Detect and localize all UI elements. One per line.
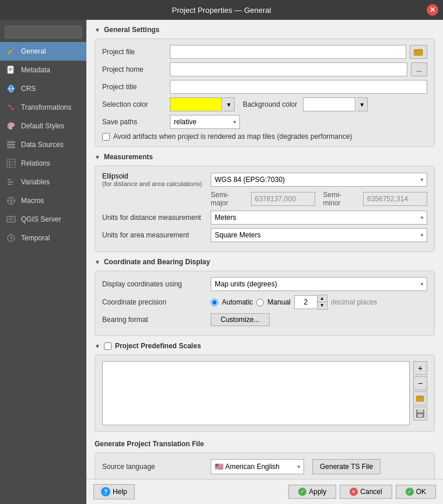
background-color-swatch[interactable] xyxy=(303,97,355,111)
semi-major-input xyxy=(251,192,315,206)
scales-add-button[interactable]: + xyxy=(413,361,427,375)
scales-save-button[interactable] xyxy=(413,407,427,421)
browse-file-button[interactable] xyxy=(410,45,427,59)
selection-color-group: ▼ xyxy=(170,97,235,111)
sidebar-item-data-sources-label: Data Sources xyxy=(21,141,64,149)
colors-row: Selection color ▼ Background color ▼ xyxy=(102,97,427,111)
temporal-icon xyxy=(6,233,16,243)
area-dropdown-wrap: Square Meters xyxy=(211,228,427,242)
cancel-button[interactable]: ✕ Cancel xyxy=(340,485,392,499)
sidebar-item-general[interactable]: General xyxy=(0,42,86,61)
decimal-places-label: decimal places xyxy=(331,298,377,306)
save-paths-select[interactable]: relative absolute xyxy=(170,115,240,129)
coord-bearing-group: Display coordinates using Map units (deg… xyxy=(95,271,435,336)
main-scroll: ▼ General Settings Project file xyxy=(86,20,443,479)
area-row: Units for area measurement Square Meters xyxy=(102,228,427,242)
apply-button[interactable]: ✓ Apply xyxy=(288,485,336,499)
background-color-group: ▼ xyxy=(303,97,368,111)
selection-color-dropdown[interactable]: ▼ xyxy=(224,97,235,111)
macros-icon xyxy=(6,195,16,206)
precision-radio-group: Automatic Manual ▲ ▼ decimal places xyxy=(211,295,377,310)
sidebar-item-crs-label: CRS xyxy=(21,85,36,93)
qgis-server-icon xyxy=(6,214,16,225)
sidebar-item-variables[interactable]: Variables xyxy=(0,173,86,191)
close-button[interactable]: ✕ xyxy=(427,4,438,16)
window: Project Properties — General ✕ General xyxy=(0,0,443,504)
sidebar-item-temporal-label: Temporal xyxy=(21,234,50,242)
manual-radio[interactable] xyxy=(256,299,264,306)
translation-section: Generate Project Translation File Source… xyxy=(95,438,435,479)
project-home-input[interactable] xyxy=(170,62,407,76)
display-coords-select[interactable]: Map units (degrees) xyxy=(211,277,427,291)
ok-label: OK xyxy=(416,488,426,496)
metadata-icon xyxy=(6,65,16,75)
sidebar-item-metadata-label: Metadata xyxy=(21,66,50,74)
predefined-scales-checkbox[interactable] xyxy=(104,342,111,350)
generate-ts-button[interactable]: Generate TS File xyxy=(312,459,381,474)
spinner-up-button[interactable]: ▲ xyxy=(318,295,327,302)
sidebar-item-transformations[interactable]: Transformations xyxy=(0,98,86,117)
sidebar-item-crs[interactable]: CRS xyxy=(0,79,86,98)
search-input[interactable] xyxy=(5,26,82,38)
sidebar-item-default-styles[interactable]: Default Styles xyxy=(0,117,86,135)
sidebar-item-macros[interactable]: Macros xyxy=(0,191,86,210)
browse-home-button[interactable]: ... xyxy=(411,62,427,76)
svg-rect-38 xyxy=(417,410,423,412)
precision-value-input[interactable] xyxy=(294,295,318,309)
transformations-icon xyxy=(6,102,16,113)
area-label: Units for area measurement xyxy=(102,231,207,239)
measurements-arrow[interactable]: ▼ xyxy=(95,154,100,160)
language-select[interactable]: 🇺🇸 American English xyxy=(211,459,304,474)
ok-icon: ✓ xyxy=(406,488,414,496)
semi-minor-label: Semi-minor xyxy=(323,191,358,207)
scales-folder-button[interactable] xyxy=(413,391,427,405)
bearing-format-label: Bearing format xyxy=(102,316,207,324)
sidebar-item-temporal[interactable]: Temporal xyxy=(0,229,86,247)
ellipsoid-label: Ellipsoid xyxy=(102,172,207,180)
wrench-icon xyxy=(6,46,16,57)
background-color-dropdown[interactable]: ▼ xyxy=(357,97,368,111)
predefined-scales-title: Project Predefined Scales xyxy=(115,342,201,350)
sidebar-item-metadata[interactable]: Metadata xyxy=(0,61,86,79)
source-language-row: Source language 🇺🇸 American English Gene… xyxy=(102,459,427,474)
distance-select[interactable]: Meters xyxy=(211,211,427,225)
precision-spinner: ▲ ▼ xyxy=(294,295,327,310)
variables-icon xyxy=(6,177,16,187)
save-paths-dropdown-wrap: relative absolute xyxy=(170,115,240,129)
sidebar: General Metadata xyxy=(0,20,86,504)
coord-bearing-header: ▼ Coordinate and Bearing Display xyxy=(95,258,435,266)
general-settings-title: General Settings xyxy=(104,26,159,34)
sidebar-item-qgis-server-label: QGIS Server xyxy=(21,215,61,223)
project-home-row: Project home ... xyxy=(102,62,427,76)
selection-color-swatch[interactable] xyxy=(170,97,222,111)
save-paths-row: Save paths relative absolute xyxy=(102,115,427,129)
scales-remove-button[interactable]: − xyxy=(413,376,427,390)
customize-button[interactable]: Customize... xyxy=(211,313,270,326)
avoid-artifacts-label: Avoid artifacts when project is rendered… xyxy=(113,132,352,141)
svg-line-34 xyxy=(11,238,13,239)
sidebar-item-qgis-server[interactable]: QGIS Server xyxy=(0,210,86,229)
coord-bearing-title: Coordinate and Bearing Display xyxy=(104,258,210,266)
footer: ? Help ✓ Apply ✕ Cancel ✓ OK xyxy=(86,479,443,504)
svg-point-10 xyxy=(10,123,11,124)
footer-right: ✓ Apply ✕ Cancel ✓ OK xyxy=(288,485,436,499)
automatic-radio[interactable] xyxy=(211,299,218,306)
help-button[interactable]: ? Help xyxy=(93,484,135,499)
avoid-artifacts-checkbox[interactable] xyxy=(102,133,110,141)
predefined-scales-arrow[interactable]: ▼ xyxy=(95,343,100,349)
ok-button[interactable]: ✓ OK xyxy=(396,485,436,499)
source-language-label: Source language xyxy=(102,463,207,471)
sidebar-item-relations[interactable]: Relations xyxy=(0,154,86,173)
sidebar-item-data-sources[interactable]: Data Sources xyxy=(0,135,86,154)
measurements-header: ▼ Measurements xyxy=(95,153,435,161)
spinner-down-button[interactable]: ▼ xyxy=(318,302,327,309)
project-file-input[interactable] xyxy=(170,45,406,59)
general-settings-arrow[interactable]: ▼ xyxy=(95,27,100,33)
area-select[interactable]: Square Meters xyxy=(211,228,427,242)
semi-axes-row: Semi-major Semi-minor xyxy=(102,191,427,207)
coord-bearing-arrow[interactable]: ▼ xyxy=(95,259,100,265)
globe-icon xyxy=(6,83,16,94)
project-title-input[interactable] xyxy=(170,80,427,94)
ellipsoid-select[interactable]: WGS 84 (EPSG:7030) xyxy=(211,173,427,187)
footer-left: ? Help xyxy=(93,484,135,499)
